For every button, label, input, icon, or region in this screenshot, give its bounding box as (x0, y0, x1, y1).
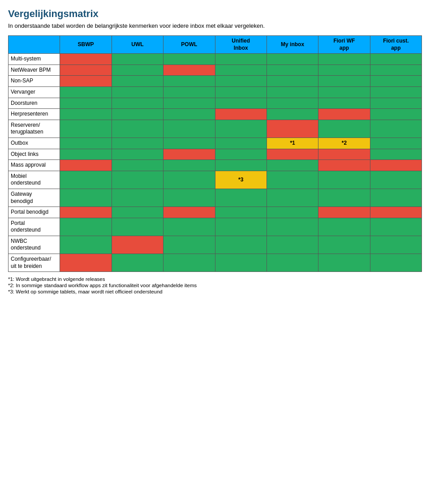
cell-7-1 (112, 138, 163, 149)
cell-3-2 (163, 86, 215, 98)
table-row: Object links (9, 149, 422, 160)
cell-9-4 (267, 160, 318, 171)
cell-0-3 (215, 54, 267, 65)
page-title: Vergelijkingsmatrix (8, 8, 422, 20)
cell-8-3 (215, 149, 267, 160)
table-row: NWBC ondersteund (9, 236, 422, 254)
table-row: Non-SAP (9, 76, 422, 87)
cell-13-3 (215, 218, 267, 236)
cell-14-3 (215, 236, 267, 254)
row-label-14: NWBC ondersteund (9, 236, 60, 254)
cell-11-6 (370, 189, 421, 207)
cell-10-6 (370, 171, 421, 189)
cell-6-1 (112, 120, 163, 138)
row-label-10: Mobiel ondersteund (9, 171, 60, 189)
footnote-2: *3: Werkt op sommige tablets, maar wordt… (8, 289, 422, 294)
cell-8-1 (112, 149, 163, 160)
cell-2-3 (215, 76, 267, 87)
cell-15-2 (163, 254, 215, 272)
row-label-2: Non-SAP (9, 76, 60, 87)
cell-4-6 (370, 98, 421, 109)
cell-0-1 (112, 54, 163, 65)
cell-14-2 (163, 236, 215, 254)
cell-0-6 (370, 54, 421, 65)
cell-14-4 (267, 236, 318, 254)
cell-1-5 (318, 65, 370, 76)
col-header-4: My inbox (267, 36, 318, 54)
cell-1-4 (267, 65, 318, 76)
cell-12-4 (267, 207, 318, 218)
cell-11-1 (112, 189, 163, 207)
cell-2-1 (112, 76, 163, 87)
cell-15-5 (318, 254, 370, 272)
cell-9-0 (60, 160, 112, 171)
cell-6-6 (370, 120, 421, 138)
cell-7-3 (215, 138, 267, 149)
cell-4-4 (267, 98, 318, 109)
cell-10-3: *3 (215, 171, 267, 189)
cell-5-4 (267, 109, 318, 120)
table-row: Herpresenteren (9, 109, 422, 120)
cell-9-5 (318, 160, 370, 171)
cell-13-4 (267, 218, 318, 236)
col-header-2: POWL (163, 36, 215, 54)
cell-1-0 (60, 65, 112, 76)
table-row: Reserveren/ terugplaatsen (9, 120, 422, 138)
cell-12-3 (215, 207, 267, 218)
cell-2-4 (267, 76, 318, 87)
cell-7-6 (370, 138, 421, 149)
cell-12-6 (370, 207, 421, 218)
cell-11-4 (267, 189, 318, 207)
cell-4-5 (318, 98, 370, 109)
table-row: Configureerbaar/ uit te breiden (9, 254, 422, 272)
cell-4-3 (215, 98, 267, 109)
cell-6-3 (215, 120, 267, 138)
cell-1-2 (163, 65, 215, 76)
cell-9-1 (112, 160, 163, 171)
footnote-0: *1: Wordt uitgebracht in volgende releas… (8, 276, 422, 282)
row-label-8: Object links (9, 149, 60, 160)
cell-15-0 (60, 254, 112, 272)
cell-7-2 (163, 138, 215, 149)
row-label-11: Gateway benodigd (9, 189, 60, 207)
cell-2-2 (163, 76, 215, 87)
cell-6-5 (318, 120, 370, 138)
cell-11-2 (163, 189, 215, 207)
table-row: Outbox*1*2 (9, 138, 422, 149)
cell-13-0 (60, 218, 112, 236)
table-row: Mass approval (9, 160, 422, 171)
row-label-0: Multi-system (9, 54, 60, 65)
table-row: NetWeaver BPM (9, 65, 422, 76)
table-row: Mobiel ondersteund*3 (9, 171, 422, 189)
col-header-3: Unified Inbox (215, 36, 267, 54)
cell-10-4 (267, 171, 318, 189)
cell-14-1 (112, 236, 163, 254)
table-row: Multi-system (9, 54, 422, 65)
row-label-6: Reserveren/ terugplaatsen (9, 120, 60, 138)
cell-14-0 (60, 236, 112, 254)
cell-7-0 (60, 138, 112, 149)
subtitle: In onderstaande tabel worden de belangri… (8, 22, 422, 29)
row-label-12: Portal benodigd (9, 207, 60, 218)
cell-3-5 (318, 86, 370, 98)
cell-15-4 (267, 254, 318, 272)
cell-0-0 (60, 54, 112, 65)
cell-1-3 (215, 65, 267, 76)
cell-11-0 (60, 189, 112, 207)
cell-5-3 (215, 109, 267, 120)
comparison-table: SBWPUWLPOWLUnified InboxMy inboxFiori WF… (8, 35, 422, 272)
cell-8-6 (370, 149, 421, 160)
cell-3-4 (267, 86, 318, 98)
cell-15-6 (370, 254, 421, 272)
row-label-5: Herpresenteren (9, 109, 60, 120)
col-header-6: Fiori cust. app (370, 36, 421, 54)
col-header-1: UWL (112, 36, 163, 54)
cell-12-5 (318, 207, 370, 218)
cell-4-2 (163, 98, 215, 109)
cell-14-6 (370, 236, 421, 254)
row-label-13: Portal ondersteund (9, 218, 60, 236)
row-label-15: Configureerbaar/ uit te breiden (9, 254, 60, 272)
cell-13-1 (112, 218, 163, 236)
cell-9-6 (370, 160, 421, 171)
cell-4-0 (60, 98, 112, 109)
